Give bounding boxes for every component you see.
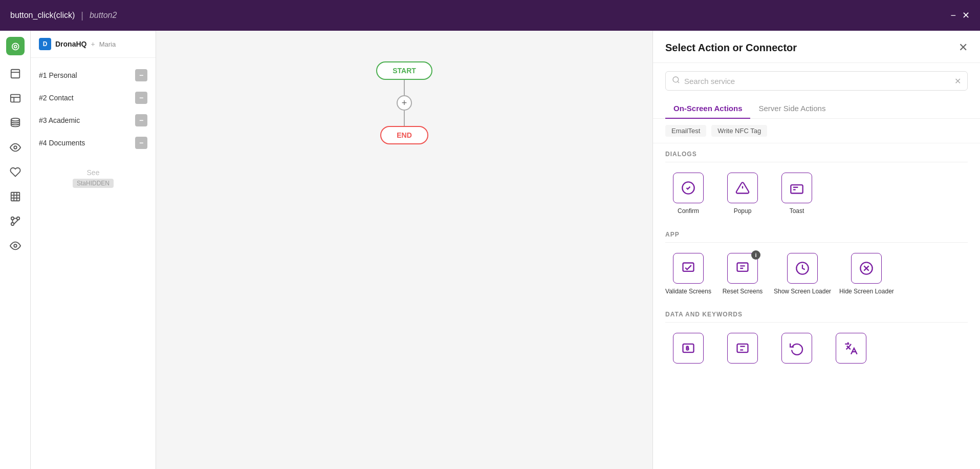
- top-bar: button_click(click) | button2 − ✕: [0, 0, 980, 31]
- reset-screens-icon-box: i: [727, 253, 758, 284]
- section-data-keywords-label: DATA AND KEYWORDS: [653, 304, 980, 322]
- list-item-3[interactable]: #3 Academic −: [31, 109, 156, 132]
- hidden-badge: StaHIDDEN: [73, 179, 114, 188]
- action-variable1[interactable]: [665, 333, 711, 368]
- popup-icon-box: [727, 173, 758, 203]
- function-name: button_click(click): [10, 11, 75, 20]
- item-label-4: #4 Documents: [39, 139, 85, 147]
- item-label-3: #3 Academic: [39, 116, 80, 124]
- svg-line-17: [14, 220, 18, 224]
- dronahq-logo: D: [39, 38, 51, 50]
- maria-label: Maria: [99, 40, 116, 48]
- item-badge-4: −: [135, 137, 147, 149]
- show-loader-label: Show Screen Loader: [774, 288, 831, 296]
- action-variable2[interactable]: [720, 333, 766, 368]
- dronahq-label: DronaHQ: [55, 40, 86, 48]
- item-label-1: #1 Personal: [39, 71, 77, 79]
- add-step-button[interactable]: +: [397, 95, 412, 111]
- dialogs-grid: Confirm Popup Toast: [653, 168, 980, 224]
- app-logo: ◎: [6, 37, 25, 55]
- svg-point-12: [11, 217, 14, 220]
- rotate-icon-box: [781, 333, 812, 364]
- sidebar-item-table[interactable]: [5, 186, 26, 207]
- end-node: END: [380, 126, 428, 144]
- sidebar-item-layout[interactable]: [5, 88, 26, 109]
- action-popup[interactable]: Popup: [720, 173, 766, 216]
- flow-start-node: START: [376, 61, 432, 80]
- svg-point-13: [16, 217, 19, 220]
- left-panel-header: D DronaHQ + Maria: [31, 31, 156, 58]
- plus-icon: +: [91, 40, 95, 48]
- svg-rect-7: [11, 193, 19, 201]
- data-keywords-grid: [653, 329, 980, 376]
- sidebar-item-preview[interactable]: [5, 236, 26, 256]
- confirm-label: Confirm: [678, 207, 699, 216]
- sidebar-item-components[interactable]: [5, 211, 26, 231]
- item-label-2: #2 Contact: [39, 94, 74, 102]
- validate-screens-icon-box: [673, 253, 704, 284]
- svg-point-6: [14, 146, 17, 149]
- svg-rect-24: [791, 185, 802, 193]
- list-item-2[interactable]: #2 Contact −: [31, 87, 156, 109]
- main-layout: ◎ D DronaHQ + Maria: [0, 31, 980, 469]
- left-panel-items: #1 Personal − #2 Contact − #3 Academic −…: [31, 58, 156, 160]
- popup-label: Popup: [734, 207, 752, 216]
- filter-emailtest[interactable]: EmailTest: [665, 125, 706, 137]
- action-hide-screen-loader[interactable]: Hide Screen Loader: [839, 253, 894, 296]
- search-icon: [672, 76, 680, 86]
- sidebar-item-eye[interactable]: [5, 137, 26, 158]
- tabs-bar: On-Screen Actions Server Side Actions: [653, 99, 980, 119]
- canvas-area: START + END: [156, 31, 652, 469]
- svg-rect-27: [683, 263, 694, 271]
- svg-point-19: [673, 77, 679, 82]
- action-show-screen-loader[interactable]: Show Screen Loader: [774, 253, 831, 296]
- item-badge-3: −: [135, 114, 147, 126]
- svg-rect-34: [737, 344, 748, 352]
- minimize-button[interactable]: −: [950, 11, 956, 20]
- list-item-4[interactable]: #4 Documents −: [31, 132, 156, 154]
- confirm-icon-box: [673, 173, 704, 203]
- tab-on-screen-actions[interactable]: On-Screen Actions: [665, 99, 750, 119]
- connector-2: [404, 111, 405, 126]
- svg-point-5: [11, 118, 19, 121]
- tab-server-side-actions[interactable]: Server Side Actions: [750, 99, 834, 119]
- svg-point-18: [14, 244, 17, 247]
- variable1-icon-box: [673, 333, 704, 364]
- action-translate[interactable]: [828, 333, 874, 368]
- sidebar-item-page[interactable]: [5, 63, 26, 84]
- search-input[interactable]: [684, 77, 950, 86]
- hide-loader-label: Hide Screen Loader: [839, 288, 894, 296]
- section-dialogs-label: DIALOGS: [653, 143, 980, 162]
- item-badge-2: −: [135, 92, 147, 104]
- search-clear-button[interactable]: ✕: [954, 76, 961, 86]
- hide-loader-icon-box: [851, 253, 882, 284]
- see-more-section: See StaHIDDEN: [31, 160, 156, 196]
- start-node: START: [376, 61, 432, 80]
- translate-icon-box: [836, 333, 866, 364]
- section-app-label: APP: [653, 224, 980, 242]
- action-toast[interactable]: Toast: [774, 173, 820, 216]
- icon-sidebar: ◎: [0, 31, 31, 469]
- action-reset-screens[interactable]: i Reset Screens: [720, 253, 766, 296]
- variable2-icon-box: [727, 333, 758, 364]
- item-badge-1: −: [135, 69, 147, 81]
- close-window-button[interactable]: ✕: [962, 11, 970, 20]
- action-rotate[interactable]: [774, 333, 820, 368]
- sidebar-item-plugin[interactable]: [5, 162, 26, 182]
- section-app-divider: [665, 242, 968, 243]
- button-name: button2: [90, 11, 117, 20]
- list-item-1[interactable]: #1 Personal −: [31, 64, 156, 87]
- validate-screens-label: Validate Screens: [665, 288, 711, 296]
- close-panel-button[interactable]: ✕: [959, 41, 968, 54]
- svg-point-14: [11, 223, 14, 226]
- canvas-content: START + END: [156, 31, 652, 469]
- left-panel: D DronaHQ + Maria #1 Personal − #2 Conta…: [31, 31, 156, 469]
- toast-icon-box: [781, 173, 812, 203]
- connector-1: [404, 80, 405, 95]
- action-validate-screens[interactable]: Validate Screens: [665, 253, 711, 296]
- action-confirm[interactable]: Confirm: [665, 173, 711, 216]
- sidebar-item-database[interactable]: [5, 113, 26, 133]
- quick-filters: EmailTest Write NFC Tag: [653, 119, 980, 143]
- filter-write-nfc[interactable]: Write NFC Tag: [711, 125, 767, 137]
- svg-rect-28: [737, 263, 748, 271]
